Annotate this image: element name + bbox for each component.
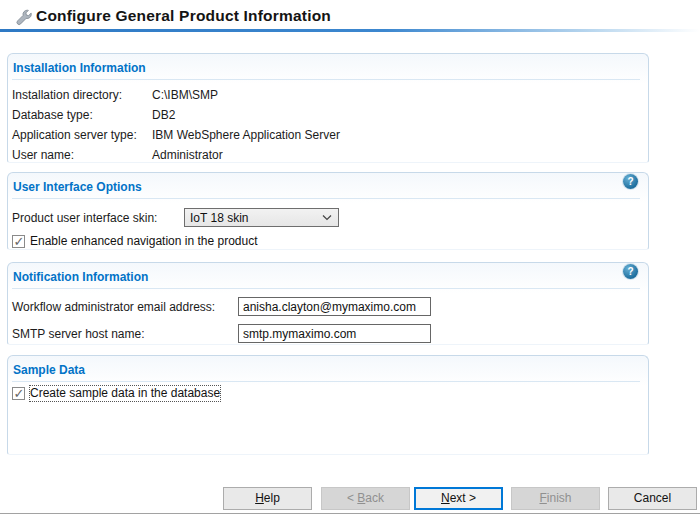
page-title: Configure General Product Information bbox=[36, 7, 331, 25]
skin-dropdown[interactable]: IoT 18 skin bbox=[184, 208, 339, 227]
field-value: Administrator bbox=[152, 148, 223, 162]
field-label: User name: bbox=[12, 148, 152, 162]
header-rule bbox=[0, 29, 700, 32]
cancel-button[interactable]: Cancel bbox=[608, 487, 697, 510]
section-header: Sample Data bbox=[12, 356, 640, 382]
field-row-database-type: Database type: DB2 bbox=[12, 105, 640, 125]
wrench-icon bbox=[16, 9, 33, 26]
back-button[interactable]: < Back bbox=[321, 487, 410, 510]
section-title: User Interface Options bbox=[13, 180, 142, 194]
field-label: Application server type: bbox=[12, 128, 152, 142]
sample-data-label[interactable]: Create sample data in the database bbox=[30, 386, 220, 401]
help-icon[interactable]: ? bbox=[623, 264, 638, 279]
next-button[interactable]: Next > bbox=[414, 487, 503, 510]
finish-button[interactable]: Finish bbox=[511, 487, 600, 510]
workflow-email-label: Workflow administrator email address: bbox=[12, 300, 238, 314]
enhanced-nav-checkbox[interactable] bbox=[12, 235, 25, 248]
field-value: IBM WebSphere Application Server bbox=[152, 128, 340, 142]
field-row-installation-directory: Installation directory: C:\IBM\SMP bbox=[12, 85, 640, 105]
chevron-down-icon bbox=[322, 214, 332, 221]
section-user-interface-options: User Interface Options ? Product user in… bbox=[7, 172, 649, 250]
field-value: C:\IBM\SMP bbox=[152, 88, 218, 102]
section-header: User Interface Options ? bbox=[12, 173, 640, 199]
section-installation-information: Installation Information Installation di… bbox=[7, 53, 649, 163]
window-bottom-edge bbox=[0, 513, 700, 514]
field-label: Installation directory: bbox=[12, 88, 152, 102]
field-row-app-server-type: Application server type: IBM WebSphere A… bbox=[12, 125, 640, 145]
section-title: Sample Data bbox=[13, 363, 85, 377]
skin-dropdown-value: IoT 18 skin bbox=[190, 211, 248, 225]
section-notification-information: Notification Information ? Workflow admi… bbox=[7, 262, 649, 345]
field-value: DB2 bbox=[152, 108, 175, 122]
workflow-email-input[interactable] bbox=[238, 297, 431, 316]
section-header: Installation Information bbox=[12, 54, 640, 80]
smtp-host-label: SMTP server host name: bbox=[12, 327, 238, 341]
section-header: Notification Information ? bbox=[12, 263, 640, 289]
section-title: Notification Information bbox=[13, 270, 148, 284]
enhanced-nav-label[interactable]: Enable enhanced navigation in the produc… bbox=[30, 234, 258, 249]
field-label: Database type: bbox=[12, 108, 152, 122]
help-button[interactable]: Help bbox=[223, 487, 312, 510]
smtp-host-input[interactable] bbox=[238, 324, 431, 343]
skin-label: Product user interface skin: bbox=[12, 211, 184, 225]
section-sample-data: Sample Data Create sample data in the da… bbox=[7, 355, 649, 455]
help-icon[interactable]: ? bbox=[623, 174, 638, 189]
field-row-user-name: User name: Administrator bbox=[12, 145, 640, 165]
section-title: Installation Information bbox=[13, 61, 146, 75]
sample-data-checkbox[interactable] bbox=[12, 387, 25, 400]
